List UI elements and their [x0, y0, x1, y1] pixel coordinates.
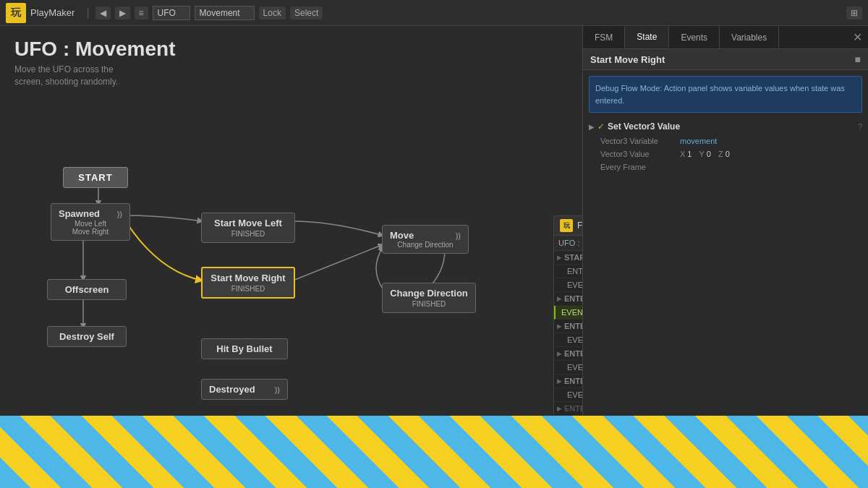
spawned-event-1: Move Left [59, 220, 122, 228]
log-item-enter-move1: ENTER: Move [554, 320, 582, 333]
debug-info-box: Debug Flow Mode: Action panel shows vari… [589, 76, 862, 113]
xyz-group: X 1 Y 0 Z 0 [680, 150, 730, 158]
hit-by-bullet-node[interactable]: Hit By Bullet [201, 338, 288, 359]
log-item-finished: EVENT: FINISHED [554, 306, 582, 320]
start-move-right-label: Start Move Right [210, 273, 286, 283]
fsm-log-subtitle-bar: UFO : Movement ⚙ [554, 236, 582, 251]
action-help-icon[interactable]: ? [858, 122, 862, 131]
tab-events[interactable]: Events [669, 26, 720, 48]
fsm-name-select[interactable]: UFO [153, 6, 190, 20]
right-panel: FSM State Events Variables ✕ Start Move … [582, 26, 868, 416]
fsm-header: UFO : Movement Move the UFO across thesc… [0, 26, 582, 94]
xyz-y: Y 0 [699, 150, 710, 158]
destroyed-event-icon: )) [275, 385, 280, 394]
fsm-canvas-desc: Move the UFO across thescreen, shooting … [14, 64, 568, 88]
forward-button[interactable]: ▶ [115, 7, 130, 20]
state-panel-title: Start Move Right [590, 54, 665, 65]
xyz-x: X 1 [680, 150, 692, 158]
xyz-x-label: X [680, 150, 685, 158]
log-item-start: START [554, 251, 582, 265]
xyz-z-val: 0 [726, 150, 730, 158]
fsm-log-subtitle-text: UFO : Movement [558, 239, 582, 247]
state-panel-header: Start Move Right ■ [583, 49, 868, 70]
toolbar: 玩 PlayMaker | ◀ ▶ ≡ UFO Movement Lock Se… [0, 0, 868, 26]
start-move-right-sub: FINISHED [210, 285, 286, 293]
state-panel-close-btn[interactable]: ■ [855, 53, 861, 65]
action-play-icon: ▶ [589, 123, 595, 131]
prop-label-v3val: Vector3 Value [600, 150, 680, 158]
prop-value-v3var[interactable]: movement [680, 137, 862, 145]
fsm-type-dropdown-wrap: Movement [195, 6, 255, 20]
log-item-enter-cd1: ENTER: Change Direction [554, 347, 582, 361]
log-item-event-moveright: EVENT: Move Right [554, 278, 582, 292]
start-move-left-label: Start Move Left [209, 218, 287, 228]
hit-by-bullet-label: Hit By Bullet [209, 343, 280, 354]
move-event-icon: )) [456, 231, 461, 240]
offscreen-label: Offscreen [55, 284, 119, 295]
destroyed-label: Destroyed [209, 384, 255, 395]
state-panel: Start Move Right ■ Debug Flow Mode: Acti… [583, 49, 868, 416]
property-row-vector3-var: Vector3 Variable movement [589, 134, 862, 147]
prop-label-v3var: Vector3 Variable [600, 137, 680, 145]
move-node[interactable]: Move )) Change Direction [382, 225, 469, 254]
layout-button[interactable]: ⊞ [846, 7, 862, 20]
fsm-canvas[interactable]: UFO : Movement Move the UFO across thesc… [0, 26, 582, 416]
start-node[interactable]: START [63, 167, 128, 188]
fsm-log-header: 玩 FSM Log ⋮ [554, 216, 582, 236]
fsm-log-title-group: 玩 FSM Log [560, 219, 582, 232]
spawned-event-icon: )) [117, 210, 122, 218]
log-item-enter-move2: ENTER: Move [554, 374, 582, 388]
log-item-enter-spawned: ENTER: Spawned [554, 265, 582, 278]
log-item-enter-cd2: ENTER: Change Direction [554, 402, 582, 416]
xyz-y-val: 0 [707, 150, 711, 158]
spawned-event-2: Move Right [59, 228, 122, 236]
select-button[interactable]: Select [290, 7, 323, 20]
right-tabs: FSM State Events Variables ✕ [583, 26, 868, 49]
start-move-right-node[interactable]: Start Move Right FINISHED [201, 267, 295, 299]
xyz-z: Z 0 [718, 150, 730, 158]
start-move-left-sub: FINISHED [209, 230, 287, 238]
xyz-y-label: Y [699, 150, 704, 158]
fsm-log-panel: 玩 FSM Log ⋮ UFO : Movement ⚙ START ENTER… [553, 215, 582, 416]
property-row-vector3-val: Vector3 Value X 1 Y 0 Z [589, 147, 862, 160]
tab-fsm[interactable]: FSM [583, 26, 625, 48]
change-direction-label: Change Direction [390, 288, 468, 299]
tab-close-icon[interactable]: ✕ [847, 26, 868, 48]
log-item-event-cd1: EVENT: Change Direction [554, 333, 582, 347]
fsm-log-title-text: FSM Log [577, 221, 582, 231]
app-title: PlayMaker [30, 7, 75, 18]
xyz-x-val: 1 [687, 150, 692, 158]
offscreen-node[interactable]: Offscreen [47, 279, 127, 300]
start-move-left-node[interactable]: Start Move Left FINISHED [201, 213, 295, 243]
action-section: ▶ ✓ Set Vector3 Value ? Vector3 Variable… [583, 119, 868, 179]
fsm-name-dropdown-wrap: UFO [153, 6, 190, 20]
destroy-self-node[interactable]: Destroy Self [47, 326, 127, 347]
destroyed-node[interactable]: Destroyed )) [201, 379, 288, 400]
tab-variables[interactable]: Variables [720, 26, 779, 48]
playmaker-logo: 玩 [6, 3, 26, 23]
action-check-icon: ✓ [597, 121, 605, 132]
action-title-text: Set Vector3 Value [608, 121, 680, 132]
xyz-z-label: Z [718, 150, 723, 158]
fsm-canvas-title: UFO : Movement [14, 38, 568, 61]
spawned-node[interactable]: Spawned )) Move Left Move Right [51, 203, 130, 241]
log-item-event-fin2: EVENT: FINISHED [554, 361, 582, 374]
spawned-node-label: Spawned [59, 208, 100, 219]
move-node-label: Move [390, 230, 414, 241]
lock-button[interactable]: Lock [259, 7, 286, 20]
move-event-1: Change Direction [390, 241, 461, 249]
change-direction-node[interactable]: Change Direction FINISHED [382, 283, 476, 313]
every-frame-row: Every Frame [589, 160, 862, 174]
menu-button[interactable]: ≡ [135, 7, 148, 20]
log-item-event-cd2: EVENT: Change Direction [554, 388, 582, 402]
tab-state[interactable]: State [625, 26, 669, 48]
fsm-type-select[interactable]: Movement [195, 6, 255, 20]
fsm-log-list[interactable]: START ENTER: Spawned EVENT: Move Right E… [554, 251, 582, 416]
change-direction-sub: FINISHED [390, 300, 468, 308]
action-header: ▶ ✓ Set Vector3 Value ? [589, 119, 862, 134]
destroy-self-label: Destroy Self [55, 331, 119, 342]
back-button[interactable]: ◀ [95, 7, 111, 20]
log-item-enter-smr: ENTER: Start Move Right [554, 292, 582, 306]
fsm-log-logo: 玩 [560, 219, 573, 232]
start-node-label: START [71, 172, 120, 183]
